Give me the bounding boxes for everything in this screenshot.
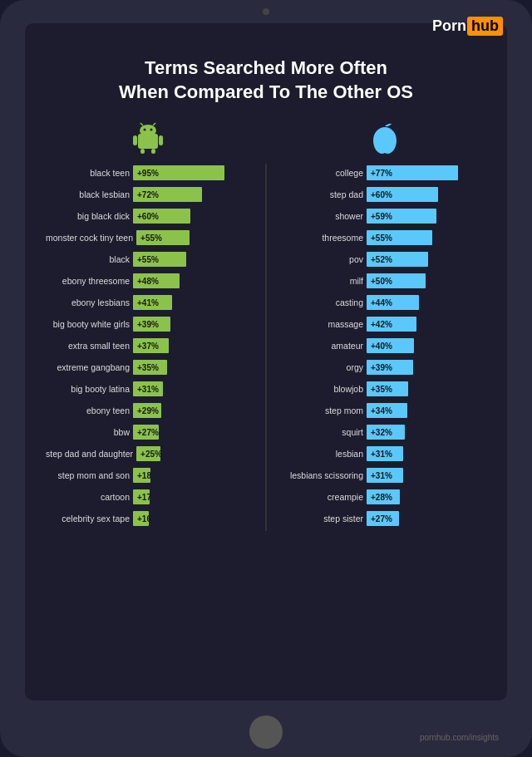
apple-bar: +52%	[367, 252, 428, 267]
apple-bar: +32%	[367, 425, 405, 440]
apple-term-label: shower	[279, 211, 367, 221]
android-term-label: big booty white girls	[46, 319, 133, 329]
android-bar: +55%	[133, 252, 186, 267]
android-bar-label: +39%	[137, 320, 159, 329]
android-chart-row: ebony lesbians+41%	[46, 293, 253, 312]
apple-bar: +27%	[367, 511, 399, 526]
apple-chart-row: pov+52%	[279, 250, 486, 268]
apple-chart-row: step dad+60%	[279, 185, 486, 204]
android-chart-row: big black dick+60%	[46, 207, 253, 225]
android-bar: +55%	[136, 230, 190, 245]
footer-url: pornhub.com/insights	[420, 733, 499, 742]
apple-bar-container: +44%	[367, 295, 486, 310]
apple-term-label: pov	[279, 254, 367, 264]
android-term-label: black lesbian	[46, 189, 133, 199]
apple-bar: +44%	[367, 295, 419, 310]
android-bar: +16	[133, 511, 149, 526]
android-icon	[131, 120, 165, 154]
tablet-camera	[263, 8, 269, 15]
logo: Pornhub	[432, 17, 503, 36]
android-term-label: ebony lesbians	[46, 297, 133, 307]
apple-bar-label: +32%	[371, 428, 392, 437]
apple-chart: college+77%step dad+60%shower+59%threeso…	[279, 164, 486, 531]
apple-term-label: milf	[279, 276, 367, 286]
logo-hub: hub	[467, 17, 503, 36]
apple-chart-row: college+77%	[279, 164, 486, 182]
apple-bar: +28%	[367, 489, 400, 504]
apple-bar-container: +27%	[367, 511, 486, 526]
android-term-label: celebrity sex tape	[46, 514, 133, 524]
android-bar-container: +31%	[133, 381, 253, 396]
android-bar: +29%	[133, 403, 161, 418]
home-button[interactable]	[249, 715, 283, 749]
apple-bar: +31%	[367, 446, 403, 461]
android-chart-row: extreme gangbang+35%	[46, 358, 253, 376]
android-bar: +39%	[133, 317, 170, 332]
svg-line-5	[153, 123, 155, 125]
apple-term-label: blowjob	[279, 384, 367, 394]
android-chart-row: ebony threesome+48%	[46, 272, 253, 290]
apple-term-label: lesbian	[279, 449, 367, 459]
apple-term-label: casting	[279, 297, 367, 307]
android-term-label: big black dick	[46, 211, 133, 221]
apple-chart-row: step sister+27%	[279, 509, 486, 528]
apple-chart-row: milf+50%	[279, 272, 486, 290]
android-chart-row: black+55%	[46, 250, 253, 268]
android-bar: +37%	[133, 338, 169, 353]
apple-bar: +50%	[367, 273, 426, 288]
android-bar-container: +41%	[133, 295, 253, 310]
apple-bar-label: +28%	[371, 493, 392, 502]
apple-term-label: creampie	[279, 492, 367, 502]
android-bar-label: +16	[137, 514, 151, 524]
android-bar-label: +37%	[137, 342, 159, 351]
android-bar-label: +17	[137, 493, 151, 502]
apple-term-label: college	[279, 168, 367, 178]
logo-porn: Porn	[432, 17, 466, 35]
os-icons-row	[46, 120, 486, 155]
apple-bar-label: +42%	[371, 320, 392, 329]
android-bar-container: +29%	[133, 403, 253, 418]
apple-term-label: massage	[279, 319, 367, 329]
svg-line-4	[140, 123, 143, 125]
android-chart-row: big booty latina+31%	[46, 380, 253, 398]
apple-bar: +42%	[367, 317, 416, 332]
apple-bar-label: +27%	[371, 514, 392, 524]
android-bar: +18	[133, 468, 150, 483]
apple-chart-row: orgy+39%	[279, 358, 486, 376]
apple-bar: +31%	[367, 468, 403, 483]
apple-term-label: threesome	[279, 233, 367, 243]
apple-bar-label: +59%	[371, 212, 392, 221]
apple-bar-label: +34%	[371, 406, 392, 415]
apple-term-label: orgy	[279, 362, 367, 372]
android-chart-row: black teen+95%	[46, 164, 253, 182]
android-bar: +35%	[133, 360, 167, 375]
apple-term-label: lesbians scissoring	[279, 470, 367, 480]
android-bar-container: +18	[133, 468, 253, 483]
android-chart-row: black lesbian+72%	[46, 185, 253, 204]
android-bar-label: +55%	[137, 255, 159, 264]
android-bar-container: +55%	[136, 230, 253, 245]
apple-bar-container: +59%	[367, 209, 486, 224]
android-bar: +31%	[133, 381, 163, 396]
android-bar-container: +27%	[133, 425, 253, 440]
apple-bar-container: +35%	[367, 381, 486, 396]
apple-term-label: step mom	[279, 406, 367, 415]
title-section: Terms Searched More Often When Compared …	[46, 57, 486, 104]
android-bar-label: +55%	[140, 233, 162, 243]
apple-bar-container: +31%	[367, 446, 486, 461]
apple-bar-label: +40%	[371, 342, 392, 351]
apple-bar: +34%	[367, 403, 407, 418]
apple-bar-label: +50%	[371, 277, 392, 286]
android-bar: +95%	[133, 165, 224, 180]
android-bar-label: +35%	[137, 363, 159, 372]
android-bar-container: +55%	[133, 252, 253, 267]
android-bar-label: +18	[137, 471, 151, 480]
android-term-label: monster cock tiny teen	[46, 233, 136, 243]
android-bar-label: +31%	[137, 385, 159, 394]
android-term-label: ebony teen	[46, 406, 133, 415]
android-bar-container: +72%	[133, 187, 253, 202]
android-bar-label: +29%	[137, 406, 159, 415]
android-bar: +25%	[136, 446, 160, 461]
apple-chart-row: massage+42%	[279, 315, 486, 333]
apple-chart-row: threesome+55%	[279, 229, 486, 247]
